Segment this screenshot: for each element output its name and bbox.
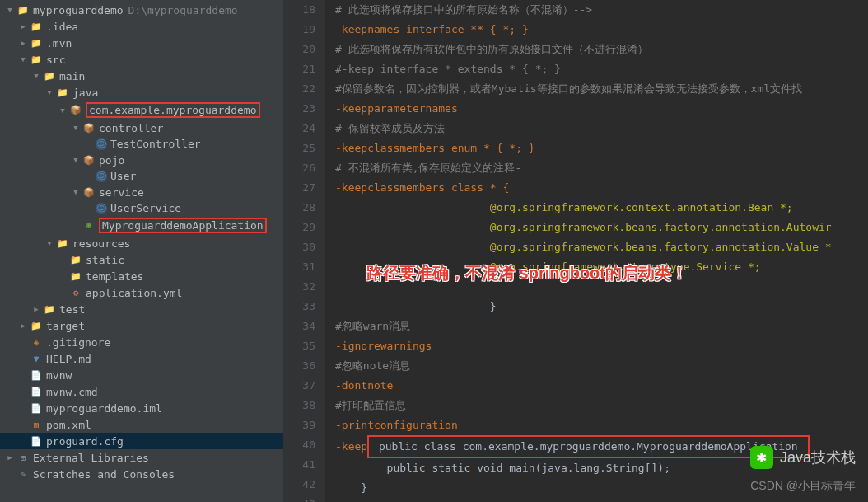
code-line[interactable]: -keepnames interface ** { *; } [335, 20, 868, 40]
chevron-down-icon[interactable]: ▼ [44, 87, 54, 97]
chevron-right-icon[interactable]: ▶ [18, 321, 28, 331]
tree-item-user[interactable]: ⒸUser [0, 168, 283, 184]
tree-item--idea[interactable]: ▶📁.idea [0, 18, 283, 35]
chevron-right-icon[interactable]: ▶ [18, 21, 28, 31]
tree-label: pom.xml [46, 419, 91, 431]
folder-blue-icon: 📁 [43, 303, 56, 316]
line-number: 29 [284, 218, 315, 237]
folder-icon: 📁 [69, 270, 82, 283]
chevron-down-icon[interactable]: ▼ [71, 187, 81, 197]
line-number: 27 [284, 178, 315, 198]
tree-label: mvnw [46, 369, 72, 382]
code-line[interactable]: -keepparameternames [335, 99, 868, 119]
tree-item--gitignore[interactable]: ◈.gitignore [0, 334, 283, 350]
tree-item-pom-xml[interactable]: mpom.xml [0, 416, 283, 433]
code-line[interactable]: -dontnote [335, 376, 868, 396]
tree-label: static [86, 254, 124, 266]
tree-item-scratches-and-consoles[interactable]: ✎Scratches and Consoles [0, 466, 283, 482]
tree-item-external-libraries[interactable]: ▶⊞External Libraries [0, 449, 283, 466]
code-line[interactable]: # 保留枚举成员及方法 [335, 119, 868, 138]
code-line[interactable]: #-keep interface * extends * { *; } [335, 59, 868, 79]
chevron-down-icon[interactable]: ▼ [18, 54, 28, 64]
tree-item-myproguarddemoapplication[interactable]: ❃MyproguarddemoApplication [0, 216, 283, 235]
code-line[interactable]: @org.springframework.context.annotation.… [335, 198, 868, 218]
line-number: 21 [284, 59, 315, 79]
chevron-down-icon[interactable]: ▼ [44, 238, 54, 248]
tree-label: templates [86, 270, 143, 283]
tree-item-java[interactable]: ▼📁java [0, 84, 283, 101]
line-number: 35 [284, 336, 315, 356]
tree-item-proguard-cfg[interactable]: 📄proguard.cfg [0, 433, 283, 449]
tree-item--mvn[interactable]: ▶📁.mvn [0, 35, 283, 51]
folder-orange-icon: 📁 [30, 319, 43, 332]
chevron-right-icon[interactable]: ▶ [18, 38, 28, 48]
code-line[interactable]: -keepclassmembers class * { [335, 178, 868, 198]
chevron-down-icon[interactable]: ▼ [5, 5, 15, 15]
code-line[interactable]: } [335, 297, 868, 317]
tree-item-pojo[interactable]: ▼📦pojo [0, 152, 283, 168]
package-icon: 📦 [82, 153, 96, 167]
tree-item-help-md[interactable]: ▼HELP.md [0, 350, 283, 367]
project-tree-panel[interactable]: ▼📁myproguarddemoD:\myproguarddemo▶📁.idea… [0, 0, 284, 502]
code-line[interactable]: @org.springframework.beans.factory.annot… [335, 237, 868, 257]
tree-item-templates[interactable]: 📁templates [0, 268, 283, 284]
chevron-none-icon [18, 354, 28, 364]
file-icon: 📄 [30, 401, 43, 415]
code-line[interactable]: -keepclassmembers enum * { *; } [335, 138, 868, 158]
tree-item-com-example-myproguarddemo[interactable]: ▼📦com.example.myproguarddemo [0, 101, 283, 120]
chevron-down-icon[interactable]: ▼ [71, 123, 81, 133]
tree-item-src[interactable]: ▼📁src [0, 51, 283, 68]
tree-item-service[interactable]: ▼📦service [0, 184, 283, 200]
code-line[interactable]: # 此选项将保存接口中的所有原始名称（不混淆）--> [335, 0, 868, 20]
chevron-none-icon [18, 370, 28, 380]
tree-item-testcontroller[interactable]: ⒸTestController [0, 136, 283, 152]
tree-item-controller[interactable]: ▼📦controller [0, 120, 283, 136]
chevron-right-icon[interactable]: ▶ [5, 453, 15, 462]
spring-icon: ❃ [82, 219, 96, 232]
code-line[interactable]: #保留参数名，因为控制器，或者Mybatis等接口的参数如果混淆会导致无法接受参… [335, 79, 868, 99]
code-line[interactable]: # 不混淆所有类,保存原始定义的注释- [335, 158, 868, 178]
code-content[interactable]: # 此选项将保存接口中的所有原始名称（不混淆）-->-keepnames int… [325, 0, 868, 502]
code-line[interactable]: #忽略note消息 [335, 356, 868, 376]
tree-item-test[interactable]: ▶📁test [0, 301, 283, 317]
tree-item-userservice[interactable]: ⒸUserService [0, 200, 283, 216]
line-number: 22 [284, 79, 315, 99]
tree-label: test [59, 303, 85, 316]
code-line[interactable]: #忽略warn消息 [335, 317, 868, 336]
tree-label: Scratches and Consoles [33, 468, 175, 481]
tree-path: D:\myproguarddemo [128, 4, 238, 16]
chevron-down-icon[interactable]: ▼ [71, 155, 81, 165]
tree-label: TestController [110, 138, 201, 150]
code-editor[interactable]: 1819202122232425262728293031323334353637… [284, 0, 868, 502]
line-number: 23 [284, 99, 315, 119]
folder-res-icon: 📁 [56, 237, 69, 250]
line-number: 34 [284, 317, 315, 336]
tree-item-resources[interactable]: ▼📁resources [0, 235, 283, 251]
chevron-down-icon[interactable]: ▼ [31, 71, 41, 81]
tree-item-main[interactable]: ▼📁main [0, 68, 283, 84]
tree-item-application-yml[interactable]: ⚙application.yml [0, 284, 283, 301]
code-line[interactable]: #打印配置信息 [335, 396, 868, 415]
line-gutter: 1819202122232425262728293031323334353637… [284, 0, 325, 502]
tree-item-mvnw[interactable]: 📄mvnw [0, 367, 283, 383]
chevron-down-icon[interactable]: ▼ [58, 106, 68, 115]
chevron-right-icon[interactable]: ▶ [31, 304, 41, 314]
code-line[interactable]: -printconfiguration [335, 415, 868, 435]
tree-item-myproguarddemo-iml[interactable]: 📄myproguarddemo.iml [0, 400, 283, 416]
tree-label: .idea [46, 21, 78, 33]
tree-label: User [110, 170, 136, 182]
tree-item-mvnw-cmd[interactable]: 📄mvnw.cmd [0, 383, 283, 400]
line-number: 37 [284, 376, 315, 396]
tree-item-myproguarddemo[interactable]: ▼📁myproguarddemoD:\myproguarddemo [0, 2, 283, 18]
tree-label: main [59, 70, 85, 82]
line-number: 31 [284, 257, 315, 277]
code-line[interactable]: @org.springframework.beans.factory.annot… [335, 218, 868, 237]
tree-item-static[interactable]: 📁static [0, 251, 283, 268]
tree-item-target[interactable]: ▶📁target [0, 317, 283, 334]
class-icon: Ⓒ [96, 138, 107, 150]
code-line[interactable]: -ignorewarnings [335, 336, 868, 356]
md-icon: ▼ [30, 352, 43, 365]
chevron-none-icon [71, 221, 81, 231]
code-line[interactable]: # 此选项将保存所有软件包中的所有原始接口文件（不进行混淆） [335, 40, 868, 59]
lib-icon: ⊞ [16, 451, 30, 464]
